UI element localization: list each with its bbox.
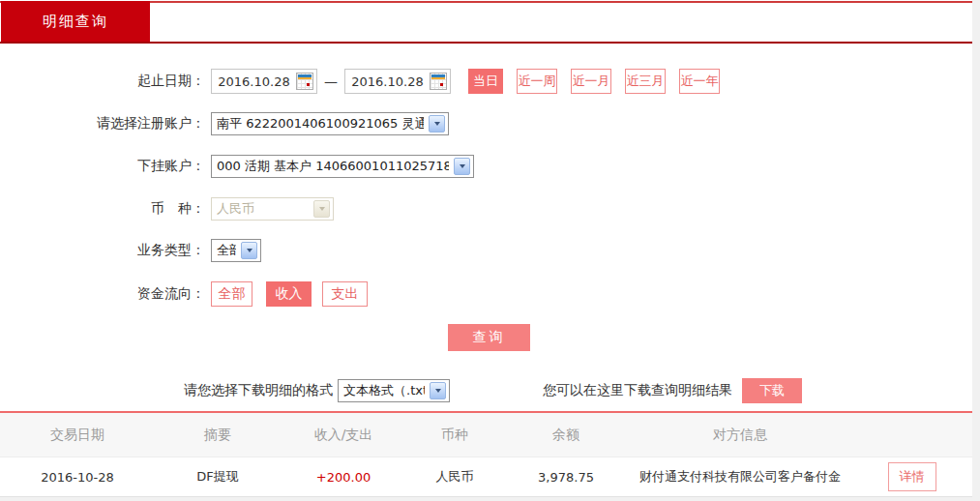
download-format-select[interactable]: 文本格式（.txt） bbox=[338, 379, 450, 402]
chevron-down-icon bbox=[429, 115, 445, 133]
currency-value: 人民币 bbox=[217, 200, 309, 218]
sub-account-select[interactable]: 000 活期 基本户 1406600101102571848 bbox=[211, 155, 474, 178]
quick-range-quarter-button[interactable]: 近三月 bbox=[625, 69, 666, 94]
column-header-summary: 摘要 bbox=[155, 427, 281, 444]
calendar-icon[interactable] bbox=[430, 73, 447, 90]
quick-range-month-button[interactable]: 近一月 bbox=[571, 69, 611, 94]
currency-label: 币 种： bbox=[0, 200, 211, 218]
start-date-input[interactable]: 2016.10.28 bbox=[211, 69, 317, 94]
cell-action: 详情 bbox=[851, 462, 972, 491]
date-separator: — bbox=[324, 74, 338, 89]
business-type-row: 业务类型： 全部 bbox=[0, 238, 261, 263]
fund-flow-label: 资金流向： bbox=[0, 285, 211, 303]
column-header-currency: 币种 bbox=[406, 427, 503, 444]
tab-underline bbox=[0, 42, 972, 44]
column-header-amount: 收入/支出 bbox=[281, 427, 406, 444]
chevron-down-icon bbox=[430, 382, 446, 399]
quick-range-today-button[interactable]: 当日 bbox=[468, 69, 503, 94]
chevron-down-icon bbox=[454, 158, 470, 175]
download-button[interactable]: 下载 bbox=[742, 378, 802, 403]
sub-account-value: 000 活期 基本户 1406600101102571848 bbox=[217, 158, 449, 175]
register-account-row: 请选择注册账户： 南平 6222001406100921065 灵通卡 bbox=[0, 111, 449, 136]
start-date-value: 2016.10.28 bbox=[212, 74, 296, 89]
business-type-value: 全部 bbox=[217, 242, 236, 259]
download-hint-text: 您可以在这里下载查询明细结果 bbox=[543, 382, 732, 399]
sub-account-row: 下挂账户： 000 活期 基本户 1406600101102571848 bbox=[0, 154, 474, 179]
download-format-label: 请您选择下载明细的格式 bbox=[184, 382, 333, 399]
detail-query-page: 明细查询 起止日期： 2016.10.28 — 2016.10.28 当日 近一… bbox=[0, 0, 980, 501]
table-header: 交易日期 摘要 收入/支出 币种 余额 对方信息 bbox=[0, 413, 972, 457]
fund-flow-expense-button[interactable]: 支出 bbox=[322, 281, 368, 307]
sub-account-label: 下挂账户： bbox=[0, 158, 211, 175]
table-row: 2016-10-28 DF提现 +200.00 人民币 3,978.75 财付通… bbox=[0, 457, 972, 496]
date-range-label: 起止日期： bbox=[0, 73, 211, 90]
fund-flow-row: 资金流向： 全部 收入 支出 bbox=[0, 281, 368, 307]
cell-amount: +200.00 bbox=[281, 470, 406, 485]
quick-range-week-button[interactable]: 近一周 bbox=[517, 69, 557, 94]
tab-detail-query[interactable]: 明细查询 bbox=[1, 1, 150, 42]
chevron-down-icon bbox=[313, 200, 330, 218]
column-header-date: 交易日期 bbox=[0, 427, 155, 444]
currency-row: 币 种： 人民币 bbox=[0, 196, 334, 221]
register-account-value: 南平 6222001406100921065 灵通卡 bbox=[217, 115, 424, 133]
query-button[interactable]: 查询 bbox=[448, 324, 530, 351]
business-type-select[interactable]: 全部 bbox=[211, 239, 261, 262]
calendar-icon[interactable] bbox=[296, 73, 313, 90]
fund-flow-income-button[interactable]: 收入 bbox=[266, 281, 312, 307]
register-account-select[interactable]: 南平 6222001406100921065 灵通卡 bbox=[211, 112, 449, 135]
cell-summary: DF提现 bbox=[155, 468, 281, 486]
column-header-counterparty: 对方信息 bbox=[629, 427, 851, 444]
business-type-label: 业务类型： bbox=[0, 242, 211, 259]
download-row: 请您选择下载明细的格式 文本格式（.txt） 您可以在这里下载查询明细结果 下载 bbox=[0, 378, 972, 403]
download-format-value: 文本格式（.txt） bbox=[343, 382, 425, 399]
end-date-input[interactable]: 2016.10.28 bbox=[344, 69, 451, 94]
cell-counterparty: 财付通支付科技有限公司客户备付金 bbox=[629, 468, 851, 486]
register-account-label: 请选择注册账户： bbox=[0, 115, 211, 133]
quick-range-year-button[interactable]: 近一年 bbox=[679, 69, 720, 94]
cell-currency: 人民币 bbox=[406, 468, 503, 486]
tab-label: 明细查询 bbox=[43, 13, 108, 31]
end-date-value: 2016.10.28 bbox=[345, 74, 430, 89]
detail-button[interactable]: 详情 bbox=[888, 462, 936, 491]
column-header-balance: 余额 bbox=[503, 427, 629, 444]
cell-date: 2016-10-28 bbox=[0, 470, 155, 485]
date-range-row: 起止日期： 2016.10.28 — 2016.10.28 当日 近一周 近一月… bbox=[0, 69, 720, 94]
fund-flow-all-button[interactable]: 全部 bbox=[211, 281, 252, 307]
currency-select: 人民币 bbox=[211, 197, 334, 221]
content-panel: 明细查询 起止日期： 2016.10.28 — 2016.10.28 当日 近一… bbox=[0, 0, 972, 497]
chevron-down-icon bbox=[241, 242, 257, 259]
cell-balance: 3,978.75 bbox=[503, 470, 629, 485]
